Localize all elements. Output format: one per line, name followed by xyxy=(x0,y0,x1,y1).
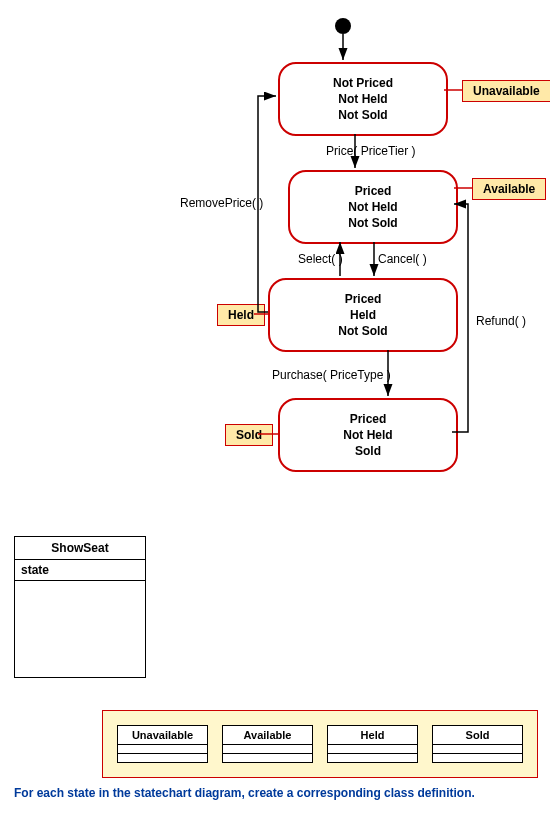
state-line: Not Sold xyxy=(278,323,448,339)
mini-class-sold: Sold xyxy=(432,725,523,763)
note-sold: Sold xyxy=(225,424,273,446)
mini-class-row xyxy=(118,745,207,754)
mini-class-row xyxy=(223,754,312,762)
transition-select: Select( ) xyxy=(298,252,343,266)
state-held: Priced Held Not Sold xyxy=(268,278,458,352)
transition-cancel: Cancel( ) xyxy=(378,252,427,266)
transition-price: Price( PriceTier ) xyxy=(326,144,416,158)
state-line: Priced xyxy=(278,291,448,307)
state-not-priced: Not Priced Not Held Not Sold xyxy=(278,62,448,136)
class-showseat: ShowSeat state xyxy=(14,536,146,678)
mini-class-available: Available xyxy=(222,725,313,763)
mini-class-row xyxy=(118,754,207,762)
mini-class-title: Unavailable xyxy=(118,726,207,745)
caption-text: For each state in the statechart diagram… xyxy=(14,786,475,800)
initial-state-dot xyxy=(335,18,351,34)
transition-refund: Refund( ) xyxy=(476,314,526,328)
class-body xyxy=(15,581,145,721)
state-line: Not Priced xyxy=(288,75,438,91)
state-line: Not Held xyxy=(288,91,438,107)
note-held: Held xyxy=(217,304,265,326)
state-line: Not Held xyxy=(298,199,448,215)
mini-class-title: Available xyxy=(223,726,312,745)
state-classes-panel: Unavailable Available Held Sold xyxy=(102,710,538,778)
state-sold: Priced Not Held Sold xyxy=(278,398,458,472)
mini-class-row xyxy=(433,745,522,754)
state-line: Held xyxy=(278,307,448,323)
class-title: ShowSeat xyxy=(15,537,145,560)
transition-remove: RemovePrice( ) xyxy=(180,196,263,210)
state-priced-available: Priced Not Held Not Sold xyxy=(288,170,458,244)
mini-class-row xyxy=(433,754,522,762)
state-line: Not Held xyxy=(288,427,448,443)
note-unavailable: Unavailable xyxy=(462,80,550,102)
mini-class-title: Sold xyxy=(433,726,522,745)
state-line: Priced xyxy=(288,411,448,427)
mini-class-row xyxy=(223,745,312,754)
mini-class-title: Held xyxy=(328,726,417,745)
state-line: Priced xyxy=(298,183,448,199)
mini-class-unavailable: Unavailable xyxy=(117,725,208,763)
mini-class-row xyxy=(328,754,417,762)
state-line: Not Sold xyxy=(298,215,448,231)
state-line: Sold xyxy=(288,443,448,459)
state-line: Not Sold xyxy=(288,107,438,123)
note-available: Available xyxy=(472,178,546,200)
mini-class-held: Held xyxy=(327,725,418,763)
transition-purchase: Purchase( PriceType ) xyxy=(272,368,391,382)
mini-class-row xyxy=(328,745,417,754)
class-attribute: state xyxy=(15,560,145,581)
